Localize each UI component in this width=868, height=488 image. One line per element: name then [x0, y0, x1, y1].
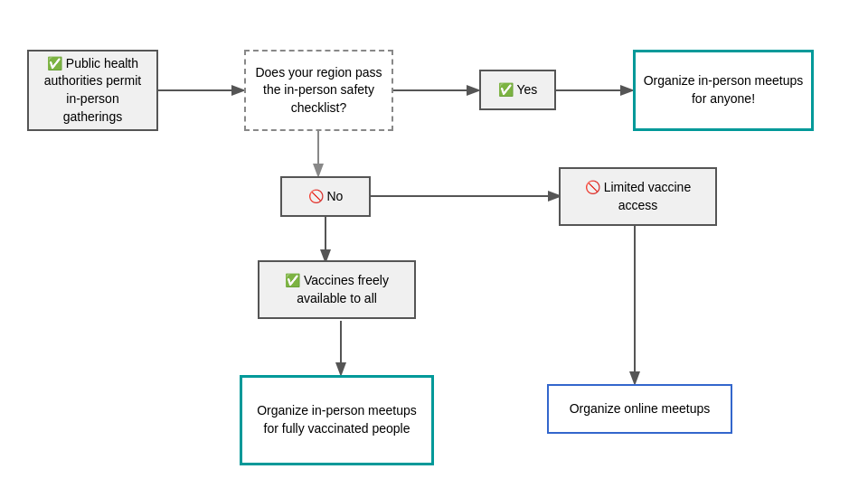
yes-label: ✅ Yes [498, 81, 537, 99]
vaccines-free-node: ✅ Vaccines freely available to all [258, 260, 416, 319]
organize-online-node: Organize online meetups [547, 384, 732, 434]
checklist-label: Does your region pass the in-person safe… [253, 64, 384, 117]
limited-vaccine-label: 🚫 Limited vaccine access [568, 179, 708, 214]
organize-anyone-label: Organize in-person meetups for anyone! [643, 72, 804, 108]
organize-online-label: Organize online meetups [570, 400, 711, 418]
no-label: 🚫 No [308, 188, 344, 206]
vaccines-free-label: ✅ Vaccines freely available to all [267, 272, 407, 307]
organize-anyone-node: Organize in-person meetups for anyone! [633, 50, 814, 131]
public-health-node: ✅ Public health authorities permit in-pe… [27, 50, 158, 131]
no-node: 🚫 No [280, 176, 371, 217]
limited-vaccine-node: 🚫 Limited vaccine access [559, 167, 717, 226]
yes-node: ✅ Yes [479, 70, 556, 110]
public-health-label: ✅ Public health authorities permit in-pe… [36, 55, 149, 126]
checklist-node: Does your region pass the in-person safe… [244, 50, 393, 131]
organize-vaccinated-label: Organize in-person meetups for fully vac… [250, 402, 424, 437]
organize-vaccinated-node: Organize in-person meetups for fully vac… [240, 375, 434, 465]
flowchart-canvas: ✅ Public health authorities permit in-pe… [0, 0, 868, 488]
